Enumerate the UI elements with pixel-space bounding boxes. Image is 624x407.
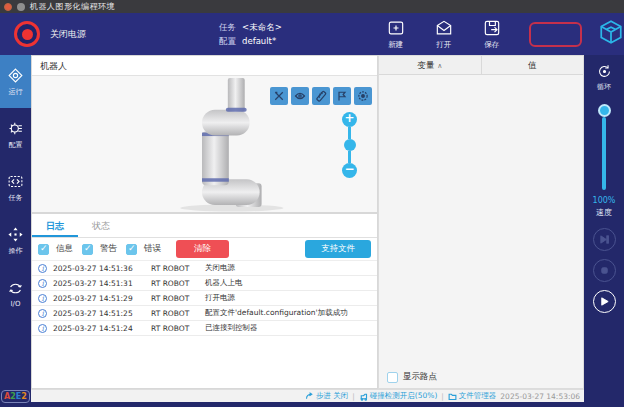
power-icon [22, 29, 33, 40]
log-source: RT ROBOT [151, 309, 199, 318]
cube-logo-icon [598, 19, 624, 45]
stop-button[interactable] [593, 259, 616, 282]
window-minimize-button[interactable] [17, 3, 25, 11]
step-mode-toggle[interactable]: 步进 关闭 [305, 391, 348, 401]
support-files-button[interactable]: 支持文件 [305, 240, 371, 258]
emergency-frame-button[interactable] [529, 22, 582, 47]
measure-button[interactable] [312, 87, 330, 105]
new-label: 新建 [388, 40, 403, 50]
variables-panel: 变量∧ 值 显示路点 [378, 55, 584, 389]
log-panel: 日志 状态 信息 警告 错误 清除 支持文件 2025-03-27 14:51:… [31, 213, 378, 389]
sidebar-item-operate[interactable]: 操作 [0, 214, 31, 267]
window-close-button[interactable] [4, 3, 12, 11]
sidebar-item-label: 配置 [9, 140, 23, 150]
show-waypoints-checkbox[interactable] [387, 372, 398, 383]
error-filter-checkbox[interactable] [126, 244, 137, 255]
zoom-track[interactable] [348, 127, 351, 139]
open-button[interactable]: 打开 [433, 18, 455, 50]
playback-controls [593, 228, 616, 313]
collision-icon [359, 392, 368, 401]
log-message: 配置文件'default.configuration'加载成功 [205, 308, 371, 318]
value-column-header[interactable]: 值 [482, 56, 584, 74]
task-value: <未命名> [242, 22, 282, 32]
sidebar-item-task[interactable]: 任务 [0, 161, 31, 214]
log-row[interactable]: 2025-03-27 14:51:25 RT ROBOT 配置文件'defaul… [32, 306, 377, 321]
info-icon [38, 264, 47, 273]
stop-icon [599, 265, 610, 276]
log-message: 关闭电源 [205, 263, 371, 273]
separator: | [441, 392, 444, 401]
log-source: RT ROBOT [151, 324, 199, 333]
folder-icon [448, 392, 457, 401]
io-cycle-icon [7, 280, 24, 297]
zoom-in-button[interactable]: + [342, 112, 357, 127]
power-label: 关闭电源 [50, 28, 86, 41]
gear-icon [7, 120, 24, 137]
open-file-icon [433, 18, 455, 38]
sidebar-item-run[interactable]: 运行 [0, 55, 31, 108]
log-source: RT ROBOT [151, 264, 199, 273]
open-label: 打开 [436, 40, 451, 50]
sidebar-item-io[interactable]: I/O [0, 267, 31, 320]
zoom-slider-knob[interactable] [344, 139, 356, 151]
config-label: 配置 [219, 36, 236, 46]
speed-slider [598, 104, 611, 190]
log-row[interactable]: 2025-03-27 14:51:24 RT ROBOT 已连接到控制器 [32, 321, 377, 336]
sidebar-item-label: 运行 [9, 87, 23, 97]
power-button[interactable] [14, 21, 40, 47]
save-icon [481, 18, 503, 38]
app-header: 关闭电源 任务<未命名> 配置default* 新建 打开 保存 [0, 13, 624, 55]
loop-button[interactable]: 循环 [596, 63, 613, 92]
show-waypoints-row: 显示路点 [379, 366, 583, 388]
new-button[interactable]: 新建 [385, 18, 407, 50]
file-manager-link[interactable]: 文件管理器 [448, 391, 497, 401]
speed-slider-knob[interactable] [598, 104, 611, 117]
log-timestamp: 2025-03-27 14:51:25 [53, 309, 145, 318]
robot-3d-viewport[interactable]: + − [32, 76, 377, 212]
collision-detection-toggle[interactable]: 碰撞检测开启(50%) [359, 391, 438, 401]
tools-button[interactable] [270, 87, 288, 105]
loop-label: 循环 [597, 82, 611, 92]
run-icon [7, 67, 24, 84]
tab-log[interactable]: 日志 [32, 214, 78, 237]
sidebar-item-label: 操作 [9, 246, 23, 256]
status-timestamp: 2025-03-27 14:53:06 [500, 392, 580, 401]
reset-view-button[interactable] [333, 87, 351, 105]
step-button[interactable] [593, 228, 616, 251]
visibility-button[interactable] [291, 87, 309, 105]
flag-icon [336, 90, 348, 102]
separator: | [352, 392, 355, 401]
sidebar-item-label: I/O [11, 300, 21, 308]
zoom-control: + − [342, 112, 357, 178]
variables-table-body [379, 75, 583, 366]
log-row[interactable]: 2025-03-27 14:51:36 RT ROBOT 关闭电源 [32, 261, 377, 276]
log-timestamp: 2025-03-27 14:51:29 [53, 294, 145, 303]
save-button[interactable]: 保存 [481, 18, 503, 50]
speed-value: 100% [593, 196, 616, 205]
log-timestamp: 2025-03-27 14:51:36 [53, 264, 145, 273]
log-timestamp: 2025-03-27 14:51:31 [53, 279, 145, 288]
warning-filter-checkbox[interactable] [82, 244, 93, 255]
status-bar: 步进 关闭 | 碰撞检测开启(50%) | 文件管理器 2025-03-27 1… [31, 389, 584, 402]
ruler-icon [315, 90, 327, 102]
record-target-button[interactable] [354, 87, 372, 105]
log-tabs: 日志 状态 [32, 214, 377, 238]
speed-slider-track[interactable] [602, 117, 606, 190]
variables-column-header[interactable]: 变量∧ [379, 56, 482, 74]
sort-asc-icon: ∧ [437, 62, 442, 70]
log-timestamp: 2025-03-27 14:51:24 [53, 324, 145, 333]
zoom-out-button[interactable]: − [342, 163, 357, 178]
sidebar-item-config[interactable]: 配置 [0, 108, 31, 161]
log-message: 打开电源 [205, 293, 371, 303]
clear-log-button[interactable]: 清除 [176, 240, 229, 258]
warning-filter-label: 警告 [100, 243, 117, 255]
config-value: default* [242, 36, 276, 46]
speed-label: 速度 [596, 207, 612, 218]
eye-icon [294, 90, 306, 102]
play-button[interactable] [593, 290, 616, 313]
log-row[interactable]: 2025-03-27 14:51:29 RT ROBOT 打开电源 [32, 291, 377, 306]
sidebar-item-label: 任务 [9, 193, 23, 203]
tab-status[interactable]: 状态 [78, 214, 124, 237]
info-filter-checkbox[interactable] [38, 244, 49, 255]
log-row[interactable]: 2025-03-27 14:51:31 RT ROBOT 机器人上电 [32, 276, 377, 291]
